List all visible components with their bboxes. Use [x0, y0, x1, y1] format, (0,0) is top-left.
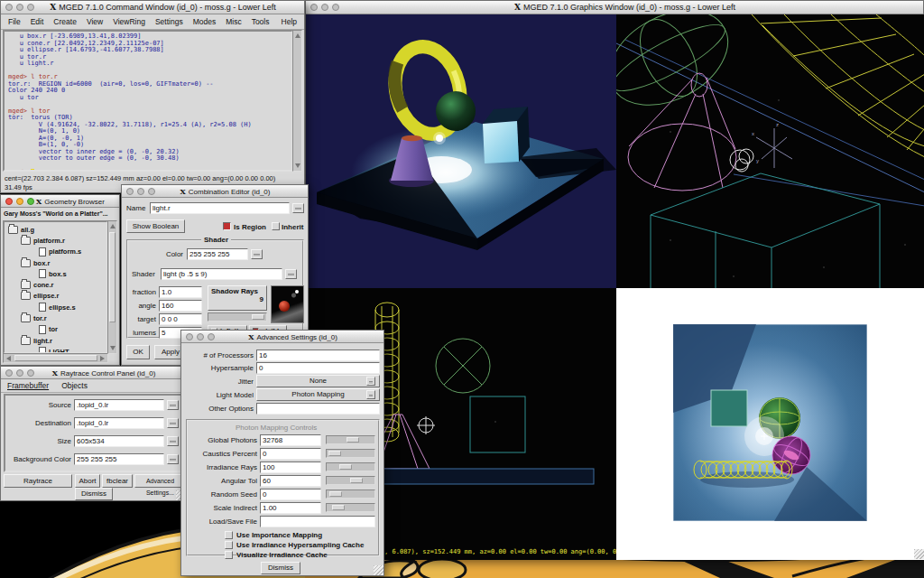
close-button[interactable]	[5, 4, 13, 11]
global-photons-input[interactable]: 32768	[260, 434, 321, 446]
zoom-button[interactable]	[148, 188, 155, 195]
menu-viewring[interactable]: ViewRing	[113, 17, 145, 26]
slider-thumb[interactable]	[346, 437, 359, 443]
angular-tol-slider[interactable]	[326, 476, 375, 485]
inherit-checkbox[interactable]	[272, 222, 280, 230]
menu-tools[interactable]: Tools	[252, 17, 270, 26]
resize-grip[interactable]	[374, 565, 383, 575]
use-importance-mapping-checkbox[interactable]	[225, 531, 233, 539]
menu-file[interactable]: File	[8, 17, 21, 26]
slider-thumb[interactable]	[328, 451, 341, 456]
quadrant-raytraced-view[interactable]	[306, 14, 616, 288]
destination-dropdown-icon[interactable]	[167, 418, 179, 428]
angular-tol-input[interactable]: 60	[260, 475, 321, 487]
caustics-percent-input[interactable]: 0	[260, 448, 321, 460]
slider-thumb[interactable]	[329, 491, 342, 497]
global-photons-slider[interactable]	[326, 435, 375, 444]
shader-dropdown-icon[interactable]	[285, 269, 297, 279]
minimize-button[interactable]	[197, 333, 204, 340]
scroll-down-arrow[interactable]	[110, 346, 116, 350]
angle-input[interactable]: 160	[159, 300, 202, 312]
tree-item[interactable]: cone.r	[6, 279, 106, 290]
menu-settings[interactable]: Settings	[155, 17, 183, 26]
close-button[interactable]	[126, 188, 134, 195]
terminal-area[interactable]: u box.r [-23.6989,13.41,8.02399] u cone.…	[3, 30, 293, 172]
irradiance-rays-slider[interactable]	[326, 462, 375, 471]
color-dropdown-icon[interactable]	[251, 249, 263, 259]
minimize-button[interactable]	[321, 4, 328, 11]
zoom-button[interactable]	[332, 4, 339, 11]
raytrace-panel-titlebar[interactable]: XRaytrace Control Panel (id_0)	[1, 367, 186, 379]
scroll-down-arrow[interactable]	[295, 163, 300, 168]
dismiss-button[interactable]: Dismiss	[261, 562, 300, 574]
tree-item[interactable]: platform.s	[6, 247, 106, 257]
tree-item[interactable]: all.g	[6, 224, 106, 235]
processors-input[interactable]: 16	[256, 350, 380, 361]
command-window-titlebar[interactable]: XMGED 7.1.0 Command Window (id_0) - moss…	[1, 1, 304, 14]
tree-item[interactable]: tor.r	[6, 312, 106, 323]
advanced-settings-titlebar[interactable]: XAdvanced Settings (id_0)	[181, 331, 383, 343]
menu-modes[interactable]: Modes	[193, 17, 217, 26]
target-input[interactable]: 0 0 0	[159, 313, 202, 325]
caustics-percent-slider[interactable]	[326, 449, 375, 458]
source-input[interactable]: .topid_0.lr	[74, 399, 164, 411]
geometry-browser-titlebar[interactable]: XGeometry Browser	[1, 195, 119, 208]
slider-thumb[interactable]	[252, 314, 264, 320]
zoom-button[interactable]	[27, 4, 34, 11]
zoom-button[interactable]	[27, 198, 34, 205]
quadrant-wireframe-perspective[interactable]: x y z	[616, 14, 924, 288]
is-region-checkbox[interactable]	[223, 222, 231, 230]
other-options-input[interactable]	[256, 403, 380, 415]
size-input[interactable]: 605x534	[74, 435, 164, 447]
scroll-up-arrow[interactable]	[110, 224, 116, 228]
scale-indirect-input[interactable]: 1.00	[260, 502, 321, 514]
size-dropdown-icon[interactable]	[167, 436, 179, 446]
close-button[interactable]	[186, 333, 193, 340]
fraction-input[interactable]: 1.0	[159, 286, 202, 298]
scrollbar-thumb[interactable]	[109, 232, 116, 322]
tree-item[interactable]: ellipse.s	[6, 302, 106, 312]
combination-editor-titlebar[interactable]: XCombination Editor (id_0)	[122, 185, 308, 198]
menu-edit[interactable]: Edit	[31, 17, 44, 26]
tree-item[interactable]: tor	[6, 324, 106, 335]
minimize-button[interactable]	[16, 198, 23, 205]
shader-input[interactable]: light (b .5 s 9)	[161, 268, 282, 280]
menu-misc[interactable]: Misc	[226, 17, 241, 26]
light-model-dropdown[interactable]: Photon Mapping	[256, 388, 380, 401]
scroll-left-arrow[interactable]	[6, 356, 11, 361]
slider-thumb[interactable]	[339, 464, 352, 470]
load-save-file-input[interactable]	[260, 516, 375, 527]
menu-help[interactable]: Help	[282, 17, 297, 26]
menu-framebuffer[interactable]: Framebuffer	[7, 381, 49, 390]
advanced-settings-button[interactable]: Advanced Settings...	[134, 474, 186, 488]
tree-vertical-scrollbar[interactable]	[107, 220, 117, 354]
resize-grip[interactable]	[914, 549, 924, 559]
tree-item[interactable]: box.r	[6, 257, 106, 268]
dismiss-button[interactable]: Dismiss	[75, 488, 113, 500]
raytrace-button[interactable]: Raytrace	[4, 474, 72, 488]
ok-button[interactable]: OK	[126, 345, 150, 359]
color-input[interactable]: 255 255 255	[187, 248, 248, 260]
name-input[interactable]: light.r	[150, 202, 290, 214]
minimize-button[interactable]	[16, 4, 23, 11]
name-dropdown-icon[interactable]	[292, 203, 304, 213]
slider-thumb[interactable]	[332, 505, 345, 510]
vertical-scrollbar[interactable]	[292, 30, 302, 172]
quadrant-framebuffer-view[interactable]	[616, 288, 924, 560]
irradiance-rays-input[interactable]: 100	[260, 461, 321, 473]
shadow-rays-slider[interactable]	[208, 312, 267, 322]
show-boolean-button[interactable]: Show Boolean	[126, 219, 185, 233]
graphics-window-titlebar[interactable]: XMGED 7.1.0 Graphics Window (id_0) - mos…	[306, 1, 923, 14]
scrollbar-thumb[interactable]	[14, 355, 97, 361]
jitter-dropdown[interactable]: None	[256, 375, 380, 387]
scroll-right-arrow[interactable]	[100, 356, 105, 361]
tree-horizontal-scrollbar[interactable]	[3, 353, 108, 363]
menu-objects[interactable]: Objects	[61, 381, 88, 390]
jitter-dropdown-icon[interactable]	[366, 377, 375, 386]
close-button[interactable]	[5, 369, 13, 377]
visualize-irradiance-cache-checkbox[interactable]	[225, 551, 233, 559]
tree-item[interactable]: ellipse.r	[6, 291, 106, 302]
hypersample-input[interactable]: 0	[256, 362, 380, 374]
zoom-button[interactable]	[27, 369, 34, 377]
menu-create[interactable]: Create	[53, 17, 77, 26]
